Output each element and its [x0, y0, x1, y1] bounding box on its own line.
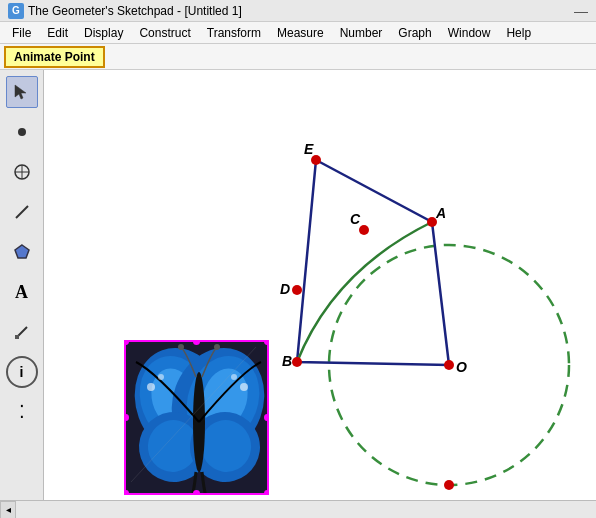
svg-point-40 [178, 344, 184, 350]
svg-text:A: A [435, 205, 446, 221]
handle-mr[interactable] [264, 414, 269, 421]
svg-marker-10 [297, 160, 449, 365]
svg-text:C: C [350, 211, 361, 227]
svg-text:D: D [280, 281, 290, 297]
butterfly-svg [126, 342, 269, 495]
svg-point-39 [231, 374, 237, 380]
animate-point-button[interactable]: Animate Point [4, 46, 105, 68]
svg-rect-8 [15, 335, 19, 339]
svg-text:O: O [456, 359, 467, 375]
left-toolbar: A i ⁚ [0, 70, 44, 500]
svg-point-16 [444, 360, 454, 370]
info-tool-button[interactable]: i [6, 356, 38, 388]
title-text: The Geometer's Sketchpad - [Untitled 1] [28, 4, 242, 18]
line-tool-button[interactable] [6, 196, 38, 228]
svg-point-36 [147, 383, 155, 391]
svg-point-13 [359, 225, 369, 235]
bottom-scrollbar: ◂ [0, 500, 596, 518]
svg-point-41 [214, 344, 220, 350]
handle-ml[interactable] [124, 414, 129, 421]
custom-tool-button[interactable] [6, 316, 38, 348]
handle-bl[interactable] [124, 490, 129, 495]
menu-construct[interactable]: Construct [131, 24, 198, 42]
handle-bc[interactable] [193, 490, 200, 495]
menu-graph[interactable]: Graph [390, 24, 439, 42]
more-tools-button[interactable]: ⁚ [6, 396, 38, 428]
menu-help[interactable]: Help [498, 24, 539, 42]
text-tool-button[interactable]: A [6, 276, 38, 308]
title-bar: G The Geometer's Sketchpad - [Untitled 1… [0, 0, 596, 22]
menu-window[interactable]: Window [440, 24, 499, 42]
handle-tr[interactable] [264, 340, 269, 345]
svg-point-37 [158, 374, 164, 380]
menu-bar: File Edit Display Construct Transform Me… [0, 22, 596, 44]
svg-point-15 [292, 357, 302, 367]
scroll-left-button[interactable]: ◂ [0, 501, 16, 519]
menu-transform[interactable]: Transform [199, 24, 269, 42]
polygon-tool-button[interactable] [6, 236, 38, 268]
svg-point-14 [292, 285, 302, 295]
menu-edit[interactable]: Edit [39, 24, 76, 42]
svg-marker-0 [15, 85, 26, 99]
menu-number[interactable]: Number [332, 24, 391, 42]
menu-display[interactable]: Display [76, 24, 131, 42]
handle-br[interactable] [264, 490, 269, 495]
app-icon: G [8, 3, 24, 19]
menu-measure[interactable]: Measure [269, 24, 332, 42]
svg-point-1 [18, 128, 26, 136]
canvas-area[interactable]: E A C D B O [44, 70, 596, 500]
select-tool-button[interactable] [6, 76, 38, 108]
point-tool-button[interactable] [6, 116, 38, 148]
handle-tc[interactable] [193, 340, 200, 345]
svg-marker-6 [15, 245, 29, 258]
svg-line-5 [16, 206, 28, 218]
butterfly-image[interactable] [124, 340, 269, 495]
minimize-button[interactable]: — [574, 3, 588, 19]
scroll-track[interactable] [16, 501, 596, 518]
main-area: A i ⁚ [0, 70, 596, 500]
svg-text:B: B [282, 353, 292, 369]
svg-point-38 [240, 383, 248, 391]
toolbar-row: Animate Point [0, 44, 596, 70]
compass-tool-button[interactable] [6, 156, 38, 188]
svg-text:E: E [304, 141, 314, 157]
svg-point-17 [444, 480, 454, 490]
menu-file[interactable]: File [4, 24, 39, 42]
